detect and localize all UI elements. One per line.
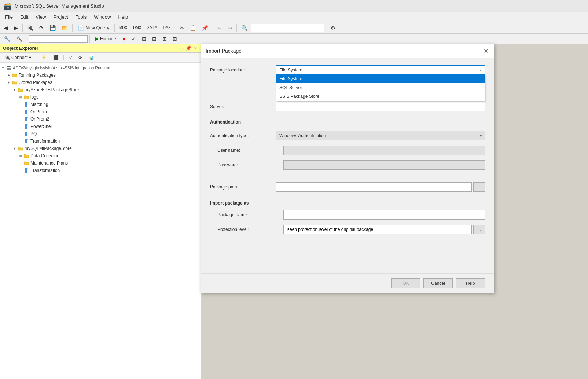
oe-btn-disconnect[interactable]: ⚡ [38, 54, 49, 61]
auth-type-select[interactable]: Windows Authentication ▾ [276, 131, 485, 140]
tree-node-stored[interactable]: ▼ Stored Packages [0, 79, 201, 86]
sep3 [114, 24, 115, 32]
tree-node-logs[interactable]: ⊞ logs [0, 93, 201, 101]
package-name-row: Package name: [210, 210, 485, 220]
tree-node-azure[interactable]: ▼ myAzureFilesPackageStore [0, 86, 201, 93]
server-icon [6, 65, 12, 71]
oe-btn-refresh[interactable]: ⟳ [76, 54, 85, 61]
settings-btn[interactable]: ⚙ [328, 23, 338, 32]
new-query-label: New Query [85, 25, 109, 30]
forward-btn[interactable]: ▶ [11, 23, 21, 32]
oe-close-icon[interactable]: ✕ [194, 45, 198, 51]
cancel-button[interactable]: Cancel [423, 278, 453, 288]
main-toolbar: ◀ ▶ 🔌 ⟳ 💾 📂 📄 New Query MDX DMX XMLA DAX… [0, 22, 588, 34]
copy-btn[interactable]: 📋 [187, 23, 199, 32]
spacer1 [210, 175, 485, 182]
pq-label: PQ [30, 131, 37, 136]
help-button[interactable]: Help [456, 278, 485, 288]
azure-label: myAzureFilesPackageStore [25, 87, 79, 92]
menu-tools[interactable]: Tools [72, 14, 90, 21]
stop-btn[interactable]: ■ [120, 34, 128, 43]
oe-pin-icon[interactable]: 📌 [185, 45, 191, 51]
refresh-oe-icon: ⟳ [78, 55, 82, 60]
new-query-button[interactable]: 📄 New Query [74, 24, 113, 32]
refresh-btn[interactable]: ⟳ [37, 23, 46, 32]
tree-node-matching[interactable]: ▶ Matching [0, 101, 201, 108]
menu-help[interactable]: Help [114, 14, 132, 21]
package-location-select[interactable]: File System ▾ [276, 65, 485, 75]
save-btn[interactable]: 💾 [47, 23, 58, 32]
parse-btn[interactable]: ✓ [129, 34, 139, 43]
cut-btn[interactable]: ✂ [177, 23, 187, 32]
search-input[interactable] [251, 24, 324, 32]
sub-btn1[interactable]: 🔧 [1, 34, 13, 43]
mdx-btn[interactable]: MDX [117, 23, 130, 32]
tree-node-running[interactable]: ▶ Running Packages [0, 71, 201, 79]
stats-icon: 📊 [89, 55, 94, 60]
grid-btn3[interactable]: ⊠ [160, 34, 169, 43]
protection-level-browse[interactable]: ... [473, 225, 485, 234]
tree-node-maintenance[interactable]: ▶ Maintenance Plans [0, 159, 201, 167]
tree-node-powershell[interactable]: ▶ PowerShell [0, 123, 201, 130]
username-row: User name: [210, 146, 485, 155]
grid-btn4[interactable]: ⊡ [170, 34, 180, 43]
grid-btn1[interactable]: ⊞ [139, 34, 149, 43]
option-sql-server[interactable]: SQL Server [276, 83, 485, 92]
oe-header-controls: 📌 ✕ [185, 45, 198, 51]
tree-node-pq[interactable]: ▶ PQ [0, 130, 201, 137]
xml-btn[interactable]: XMLA [145, 23, 160, 32]
ok-button[interactable]: OK [391, 278, 420, 288]
oe-btn-stop[interactable]: ⬛ [51, 54, 61, 61]
tree-node-transformation1[interactable]: ▶ Transformation [0, 137, 201, 145]
menu-view[interactable]: View [32, 14, 49, 21]
execute-button[interactable]: ▶ Execute [92, 35, 119, 43]
dialog-close-button[interactable]: ✕ [482, 47, 489, 55]
svg-marker-10 [27, 124, 28, 125]
menu-edit[interactable]: Edit [16, 14, 32, 21]
svg-marker-16 [27, 168, 28, 169]
trans2-label: Transformation [30, 168, 60, 173]
dax-btn[interactable]: DAX [161, 23, 173, 32]
option-file-system[interactable]: File System [276, 74, 485, 83]
tree-node-server[interactable]: ▼ ADFv2/mysqlmissisir (Azure-SSIS Integr… [0, 64, 201, 71]
server-row: Server: [210, 102, 485, 111]
grid-btn2[interactable]: ⊟ [150, 34, 159, 43]
doc-icon-onprem2 [23, 116, 29, 122]
server-input[interactable] [276, 102, 485, 111]
tree-node-data-collector[interactable]: ⊞ Data Collector [0, 152, 201, 159]
username-input [283, 146, 485, 155]
doc-icon-powershell [23, 124, 29, 129]
open-btn[interactable]: 📂 [59, 23, 70, 32]
connect-icon: 🔌 [5, 55, 10, 60]
redo-btn[interactable]: ↪ [225, 23, 235, 32]
package-path-input[interactable] [276, 182, 472, 192]
sub-btn2[interactable]: 🔨 [14, 34, 25, 43]
db-selector[interactable] [29, 35, 88, 43]
expander-running: ▶ [6, 73, 12, 77]
tree-node-transformation2[interactable]: ▶ Transformation [0, 167, 201, 174]
auth-type-label: Authentication type: [210, 133, 276, 138]
back-btn[interactable]: ◀ [1, 23, 11, 32]
connect-btn[interactable]: 🔌 [25, 23, 36, 32]
menu-project[interactable]: Project [49, 14, 71, 21]
auth-type-row: Authentication type: Windows Authenticat… [210, 131, 485, 140]
paste-btn[interactable]: 📌 [199, 23, 211, 32]
svg-rect-7 [25, 117, 27, 121]
search-btn[interactable]: 🔍 [239, 23, 250, 32]
option-ssis-store[interactable]: SSIS Package Store [276, 92, 485, 101]
svg-rect-3 [25, 102, 27, 107]
tree-node-mysql[interactable]: ▼ mySQLMIPackageStore [0, 145, 201, 152]
undo-btn[interactable]: ↩ [215, 23, 224, 32]
oe-btn-stats[interactable]: 📊 [86, 54, 97, 61]
menu-window[interactable]: Window [90, 14, 114, 21]
tree-node-onprem[interactable]: ▶ OnPrem [0, 108, 201, 115]
package-path-browse[interactable]: ... [473, 182, 485, 192]
new-query-icon: 📄 [78, 25, 84, 31]
oe-btn-filter[interactable]: ▽ [66, 54, 74, 61]
tree-node-onprem2[interactable]: ▶ OnPrem2 [0, 115, 201, 123]
connect-toolbar-item[interactable]: 🔌 Connect ▾ [2, 54, 34, 61]
menu-file[interactable]: File [1, 14, 16, 21]
dmx-btn[interactable]: DMX [131, 23, 144, 32]
protection-level-input[interactable]: Keep protection level of the original pa… [283, 225, 472, 234]
package-name-input[interactable] [283, 210, 485, 220]
